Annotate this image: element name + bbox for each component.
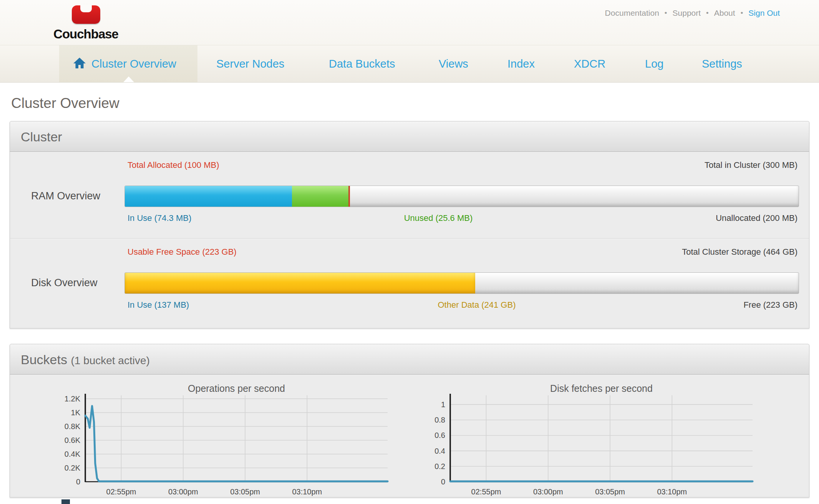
tab-server-nodes[interactable]: Server Nodes	[216, 45, 284, 82]
disk-free-label: Free (223 GB)	[743, 300, 797, 310]
svg-text:03:10pm: 03:10pm	[657, 487, 687, 496]
tab-settings[interactable]: Settings	[702, 45, 742, 82]
tab-xdcr[interactable]: XDCR	[574, 45, 605, 82]
ram-usage-bar	[124, 186, 799, 207]
page-title: Cluster Overview	[11, 95, 819, 111]
documentation-link[interactable]: Documentation	[605, 8, 659, 18]
ram-in-use-label: In Use (74.3 MB)	[128, 213, 191, 223]
disk-overview-row: Disk Overview Usable Free Space (223 GB)…	[10, 238, 809, 325]
main-nav: Cluster Overview Server Nodes Data Bucke…	[0, 45, 819, 83]
tab-data-buckets[interactable]: Data Buckets	[329, 45, 395, 82]
disk-total-storage-label: Total Cluster Storage (464 GB)	[682, 247, 797, 257]
tab-label: Index	[507, 58, 535, 70]
buckets-panel-subtitle: (1 bucket active)	[71, 355, 149, 366]
cutoff-element	[61, 499, 70, 504]
svg-text:0.6K: 0.6K	[65, 436, 81, 444]
cluster-panel-title: Cluster	[21, 129, 62, 144]
svg-text:03:00pm: 03:00pm	[168, 487, 198, 496]
tab-label: Log	[645, 58, 663, 70]
couchbase-logo: Couchbase	[50, 5, 121, 41]
tab-label: Settings	[702, 58, 742, 70]
link-separator: •	[706, 9, 709, 17]
svg-text:0: 0	[441, 477, 445, 486]
tab-label: Views	[439, 58, 468, 70]
svg-text:1.2K: 1.2K	[65, 395, 81, 403]
buckets-panel: Buckets (1 bucket active) Operations per…	[10, 344, 809, 497]
cluster-panel-body: RAM Overview Total Allocated (100 MB) To…	[10, 152, 809, 328]
svg-text:02:55pm: 02:55pm	[471, 487, 501, 496]
tab-label: Data Buckets	[329, 58, 395, 70]
svg-text:03:05pm: 03:05pm	[230, 487, 260, 496]
svg-text:0.4: 0.4	[434, 447, 445, 455]
svg-text:03:05pm: 03:05pm	[595, 487, 625, 496]
header-links: Documentation • Support • About • Sign O…	[605, 8, 780, 18]
buckets-panel-header: Buckets (1 bucket active)	[10, 344, 809, 375]
tab-log[interactable]: Log	[645, 45, 663, 82]
disk-other-data-label: Other Data (241 GB)	[438, 300, 516, 310]
ram-overview-label: RAM Overview	[31, 190, 127, 202]
link-separator: •	[741, 9, 743, 17]
cluster-panel-header: Cluster	[10, 121, 809, 152]
ram-quota-marker	[348, 186, 350, 207]
cluster-panel: Cluster RAM Overview Total Allocated (10…	[10, 121, 809, 328]
couchbase-couch-icon	[72, 5, 100, 24]
ram-total-in-cluster-label: Total in Cluster (300 MB)	[705, 160, 797, 170]
sign-out-link[interactable]: Sign Out	[748, 8, 780, 18]
disk-usage-bar	[124, 272, 799, 294]
about-link[interactable]: About	[714, 8, 735, 18]
disk-in-use-label: In Use (137 MB)	[128, 300, 189, 310]
disk-fetches-per-second-chart: 10.80.60.40.2002:55pm03:00pm03:05pm03:10…	[424, 392, 758, 500]
svg-text:0.8K: 0.8K	[65, 422, 81, 431]
svg-text:0.2: 0.2	[434, 462, 445, 471]
svg-text:0.2K: 0.2K	[65, 464, 81, 472]
disk-overview-label: Disk Overview	[31, 277, 127, 289]
svg-text:1K: 1K	[71, 408, 81, 417]
ram-unused-segment	[292, 186, 348, 207]
disk-other-data-segment	[125, 273, 475, 293]
tab-index[interactable]: Index	[507, 45, 535, 82]
svg-text:0.4K: 0.4K	[65, 450, 81, 458]
disk-usable-free-space-label: Usable Free Space (223 GB)	[128, 247, 237, 257]
buckets-panel-body: Operations per second Disk fetches per s…	[10, 375, 809, 497]
link-separator: •	[665, 9, 667, 17]
ram-unused-label: Unused (25.6 MB)	[404, 213, 473, 223]
svg-text:03:10pm: 03:10pm	[292, 487, 322, 496]
tab-views[interactable]: Views	[439, 45, 468, 82]
tab-label: XDCR	[574, 58, 605, 70]
svg-text:0.6: 0.6	[434, 431, 445, 439]
top-header: Couchbase Documentation • Support • Abou…	[0, 0, 819, 45]
active-tab-pointer	[123, 76, 134, 82]
support-link[interactable]: Support	[673, 8, 701, 18]
ram-unallocated-label: Unallocated (200 MB)	[716, 213, 797, 223]
svg-text:1: 1	[441, 400, 445, 409]
home-icon	[73, 57, 86, 69]
ram-in-use-segment	[125, 186, 292, 207]
svg-text:0.8: 0.8	[434, 416, 445, 424]
svg-text:03:00pm: 03:00pm	[533, 487, 563, 496]
tab-label: Cluster Overview	[91, 58, 176, 70]
ops-per-second-chart: 1.2K1K0.8K0.6K0.4K0.2K002:55pm03:00pm03:…	[59, 392, 393, 500]
tab-label: Server Nodes	[216, 58, 284, 70]
svg-text:02:55pm: 02:55pm	[106, 487, 136, 496]
couch-notch-shape	[80, 5, 92, 12]
logo-wordmark: Couchbase	[50, 27, 121, 41]
ram-overview-row: RAM Overview Total Allocated (100 MB) To…	[10, 152, 809, 238]
buckets-panel-title: Buckets	[21, 352, 67, 367]
ram-total-allocated-label: Total Allocated (100 MB)	[128, 160, 219, 170]
svg-text:0: 0	[76, 477, 80, 486]
